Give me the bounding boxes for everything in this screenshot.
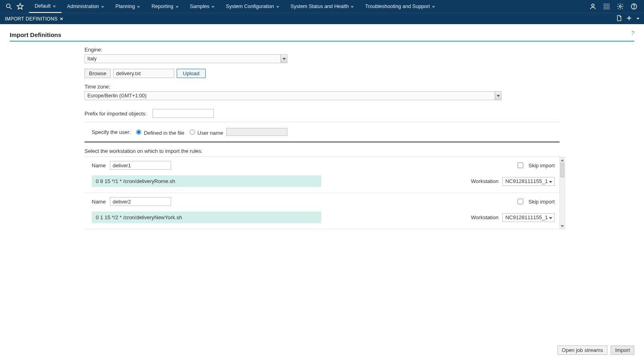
username-input — [226, 128, 287, 136]
apps-grid-icon[interactable] — [601, 1, 612, 12]
skip-import-checkbox[interactable]: Skip import — [516, 197, 555, 206]
timezone-label: Time zone: — [85, 84, 559, 90]
add-icon[interactable] — [626, 15, 632, 22]
svg-rect-4 — [604, 4, 606, 6]
page-title: Import Definitions — [10, 31, 634, 38]
chevron-down-icon — [137, 6, 140, 8]
engine-label: Engine: — [85, 47, 559, 53]
timezone-select[interactable]: Europe/Berlin (GMT+1:00) — [85, 91, 502, 100]
menu-label: Default — [35, 3, 51, 9]
rule-name-input[interactable] — [110, 161, 171, 170]
engine-value: Italy — [85, 55, 281, 63]
skip-import-checkbox[interactable]: Skip import — [516, 161, 555, 169]
rule-block: Name Skip import 0 1 15 */2 * /cron/deli… — [85, 193, 559, 229]
main-menu-bar: Default Administration Planning Reportin… — [29, 0, 441, 13]
menu-troubleshooting[interactable]: Troubleshooting and Support — [359, 0, 441, 13]
close-tab-icon[interactable]: × — [60, 16, 63, 22]
menu-system-configuration[interactable]: System Configuration — [220, 0, 285, 13]
menu-default[interactable]: Default — [29, 0, 62, 13]
svg-point-10 — [634, 8, 634, 8]
svg-marker-13 — [637, 18, 640, 19]
menu-system-status[interactable]: System Status and Health — [285, 0, 360, 13]
rule-name-input[interactable] — [110, 197, 171, 206]
menu-label: System Status and Health — [291, 4, 349, 9]
help-icon[interactable] — [629, 1, 639, 12]
dropdown-arrow-icon — [548, 214, 553, 220]
menu-planning[interactable]: Planning — [110, 0, 146, 13]
chevron-down-icon — [276, 6, 279, 8]
scroll-down-icon[interactable] — [560, 223, 565, 229]
workstation-value: NC9128111155_1 — [505, 214, 548, 220]
chevron-down-icon — [351, 6, 354, 8]
rule-name-label: Name — [92, 199, 106, 205]
skip-import-label: Skip import — [528, 162, 555, 169]
document-icon[interactable] — [616, 15, 622, 23]
menu-administration[interactable]: Administration — [62, 0, 110, 13]
search-icon[interactable] — [3, 1, 14, 12]
chevron-down-icon — [101, 6, 104, 8]
specify-user-label: Specify the user: — [92, 129, 131, 135]
workstation-label: Workstation — [471, 178, 498, 184]
upload-button[interactable]: Upload — [177, 69, 205, 78]
workstation-label: Workstation — [471, 214, 498, 220]
dropdown-arrow-icon[interactable] — [495, 92, 501, 100]
radio-defined-in-file[interactable]: Defined in the file — [134, 128, 184, 136]
workstation-value: NC9128111155_1 — [505, 178, 548, 184]
menu-reporting[interactable]: Reporting — [146, 0, 184, 13]
rule-name-label: Name — [92, 162, 106, 169]
scroll-thumb[interactable] — [560, 163, 564, 177]
user-icon[interactable] — [588, 1, 598, 12]
file-name-input[interactable] — [113, 69, 174, 78]
page-help-icon[interactable]: ? — [631, 30, 634, 36]
svg-point-3 — [592, 4, 594, 6]
open-job-streams-button[interactable]: Open job streams — [557, 346, 608, 355]
svg-line-1 — [10, 7, 12, 9]
tab-menu-caret-icon[interactable] — [636, 16, 640, 22]
rules-list: Name Skip import 0 8 15 */1 * /cron/deli… — [85, 157, 559, 229]
engine-select[interactable]: Italy — [85, 54, 287, 63]
rule-cron-expression: 0 8 15 */1 * /cron/deliveryRome.sh — [92, 175, 321, 187]
browse-button[interactable]: Browse — [85, 69, 111, 78]
prefix-input[interactable] — [153, 109, 214, 118]
dropdown-arrow-icon[interactable] — [281, 55, 287, 63]
chevron-down-icon — [53, 6, 56, 8]
title-underline — [10, 41, 634, 42]
menu-label: Samples — [190, 4, 210, 9]
radio-label: User name — [198, 130, 223, 136]
import-button[interactable]: Import — [611, 346, 634, 355]
menu-label: Administration — [67, 4, 99, 9]
chevron-down-icon — [175, 6, 179, 8]
scroll-up-icon[interactable] — [560, 157, 565, 163]
svg-rect-7 — [607, 7, 609, 9]
workstation-select[interactable]: NC9128111155_1 — [502, 213, 555, 222]
svg-marker-2 — [17, 4, 23, 9]
menu-label: Reporting — [151, 4, 173, 9]
menu-label: Troubleshooting and Support — [365, 4, 430, 9]
svg-rect-6 — [604, 7, 606, 9]
svg-point-0 — [6, 4, 10, 8]
dropdown-arrow-icon — [548, 178, 553, 184]
rule-block: Name Skip import 0 8 15 */1 * /cron/deli… — [85, 157, 559, 193]
menu-samples[interactable]: Samples — [184, 0, 221, 13]
chevron-down-icon — [211, 6, 215, 8]
workstation-select[interactable]: NC9128111155_1 — [502, 177, 555, 186]
svg-rect-5 — [607, 4, 609, 6]
rule-cron-expression: 0 1 15 */2 * /cron/deliveryNewYork.sh — [92, 212, 321, 223]
tab-label: IMPORT DEFINITIONS — [5, 16, 58, 22]
favorite-star-icon[interactable] — [14, 1, 26, 12]
menu-label: System Configuration — [226, 4, 274, 9]
rules-header: Select the workstation on which to impor… — [85, 148, 559, 154]
rules-scrollbar[interactable] — [559, 157, 565, 229]
radio-user-name[interactable]: User name — [188, 128, 223, 136]
timezone-value: Europe/Berlin (GMT+1:00) — [85, 92, 495, 100]
svg-point-8 — [619, 6, 621, 8]
prefix-label: Prefix for imported objects: — [85, 111, 147, 117]
chevron-down-icon — [432, 6, 435, 8]
settings-gear-icon[interactable] — [615, 1, 625, 12]
menu-label: Planning — [116, 4, 135, 9]
skip-import-label: Skip import — [528, 199, 555, 205]
radio-label: Defined in the file — [144, 130, 184, 136]
tab-import-definitions[interactable]: IMPORT DEFINITIONS × — [4, 13, 64, 25]
